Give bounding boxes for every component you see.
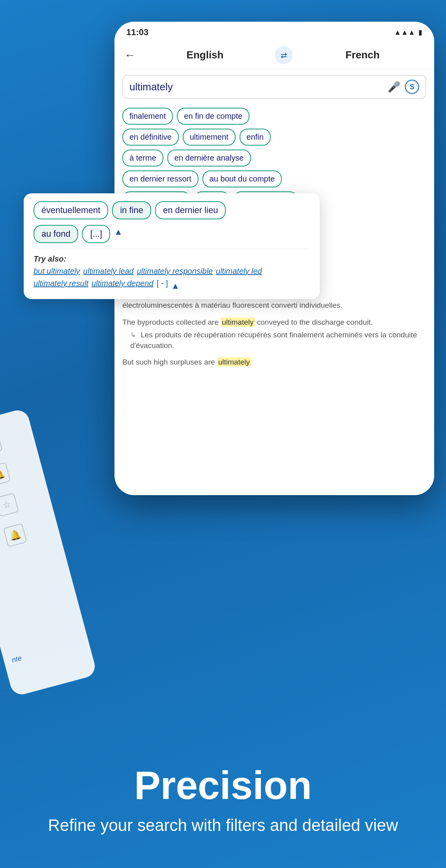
swap-icon: ⇄ <box>281 51 287 60</box>
example-en-text-2: The byproducts collected are ultimately … <box>122 317 426 328</box>
chip-row-4: en dernier ressort au bout du compte <box>122 170 426 187</box>
try-link-ultimately-responsible[interactable]: ultimately responsible <box>137 267 213 276</box>
precision-subtitle: Refine your search with filters and deta… <box>16 815 430 836</box>
collapse-arrow-2[interactable]: ▲ <box>171 281 180 291</box>
chip-row-1: finalement en fin de compte <box>122 108 426 125</box>
header-bar: ← English ⇄ French <box>114 41 434 69</box>
microphone-button[interactable]: 🎤 <box>388 81 400 93</box>
bg-card-text: nte <box>11 654 23 664</box>
overlay-chip-bracket[interactable]: [...] <box>82 225 110 243</box>
chip-en-fin-de-compte[interactable]: en fin de compte <box>177 108 249 125</box>
example-fr-content: Les produits de récupération récupérés s… <box>130 331 417 350</box>
precision-title: Precision <box>16 763 430 807</box>
overlay-card: éventuellement in fine en dernier lieu a… <box>24 193 320 299</box>
try-link-but-ultimately[interactable]: but ultimately <box>34 267 80 276</box>
chip-finalement[interactable]: finalement <box>122 108 173 125</box>
example-partial-text: But such high surpluses are <box>122 358 215 366</box>
bracket-collapse-link[interactable]: [ - ] <box>157 279 168 291</box>
status-bar: 11:03 ▲▲▲ ▮ <box>114 22 434 41</box>
bottom-section: Precision Refine your search with filter… <box>0 740 446 868</box>
chip-row-3: à terme en dernière analyse <box>122 150 426 166</box>
overlay-chips-row-1: éventuellement in fine en dernier lieu <box>34 201 310 219</box>
try-link-ultimately-lead[interactable]: ultimately lead <box>83 267 134 276</box>
try-link-ultimately-result[interactable]: ultimately result <box>34 279 88 291</box>
example-en-suffix: conveyed to the discharge conduit. <box>255 318 373 326</box>
app-badge-button[interactable]: S <box>405 80 419 94</box>
chip-en-dernier-ressort[interactable]: en dernier ressort <box>122 170 199 187</box>
star-icon-bg2: ☆ <box>0 493 19 517</box>
search-container: ultimately 🎤 S <box>114 69 434 105</box>
chip-en-definitive[interactable]: en définitive <box>122 129 179 146</box>
example-highlight-2: ultimately <box>217 357 251 367</box>
search-input[interactable]: ultimately <box>129 81 383 93</box>
back-button[interactable]: ← <box>124 49 135 62</box>
chip-a-terme[interactable]: à terme <box>122 150 163 166</box>
status-icons: ▲▲▲ ▮ <box>394 28 422 37</box>
try-also-label: Try also: <box>34 254 66 263</box>
example-block-1: électroluminescentes à matériau fluoresc… <box>122 300 426 311</box>
chip-en-derniere-analyse[interactable]: en dernière analyse <box>167 150 251 166</box>
example-en-text-3: But such high surpluses are ultimately <box>122 357 426 368</box>
overlay-chip-au-fond[interactable]: au fond <box>34 225 78 243</box>
collapse-arrow-1[interactable]: ▲ <box>114 227 123 243</box>
star-icon-bg: ☆ <box>0 432 3 456</box>
try-also-section: Try also: but ultimately ultimately lead… <box>34 249 310 291</box>
try-link-ultimately-led[interactable]: ultimately led <box>216 267 262 276</box>
example-en-prefix: The byproducts collected are <box>122 318 221 326</box>
bell-icon-bg: 🔔 <box>0 462 11 486</box>
example-highlight-ultimately: ultimately <box>221 318 255 327</box>
status-time: 11:03 <box>126 27 148 37</box>
example-fr-text-2: ↳ Les produits de récupération récupérés… <box>122 330 426 351</box>
chip-ultimement[interactable]: ultimement <box>183 129 236 146</box>
overlay-chip-in-fine[interactable]: in fine <box>112 201 151 219</box>
example-en-text-1: électroluminescentes à matériau fluoresc… <box>122 300 426 311</box>
signal-icon: ▲▲▲ <box>394 28 415 37</box>
try-link-ultimately-depend[interactable]: ultimately depend <box>92 279 154 291</box>
example-block-2: The byproducts collected are ultimately … <box>122 317 426 351</box>
try-also-links: but ultimately ultimately lead ultimatel… <box>34 267 310 291</box>
overlay-chip-en-dernier-lieu[interactable]: en dernier lieu <box>155 201 226 219</box>
chip-row-2: en définitive ultimement enfin <box>122 129 426 146</box>
search-bar: ultimately 🎤 S <box>122 75 426 99</box>
target-language[interactable]: French <box>301 49 424 61</box>
swap-languages-button[interactable]: ⇄ <box>275 46 293 64</box>
overlay-chip-eventuellement[interactable]: éventuellement <box>34 201 108 219</box>
battery-icon: ▮ <box>418 28 422 37</box>
chip-enfin[interactable]: enfin <box>240 129 271 146</box>
example-block-3: But such high surpluses are ultimately <box>122 357 426 368</box>
examples-area: électroluminescentes à matériau fluoresc… <box>114 294 434 380</box>
chip-au-bout-du-compte[interactable]: au bout du compte <box>202 170 282 187</box>
overlay-chips-row-2: au fond [...] ▲ <box>34 225 310 243</box>
source-language[interactable]: English <box>143 49 267 61</box>
arrow-icon: ↳ <box>130 331 136 339</box>
background-card: ☆ 🔔 ☆ 🔔 nte <box>0 408 97 697</box>
bell-icon-bg2: 🔔 <box>3 523 27 547</box>
